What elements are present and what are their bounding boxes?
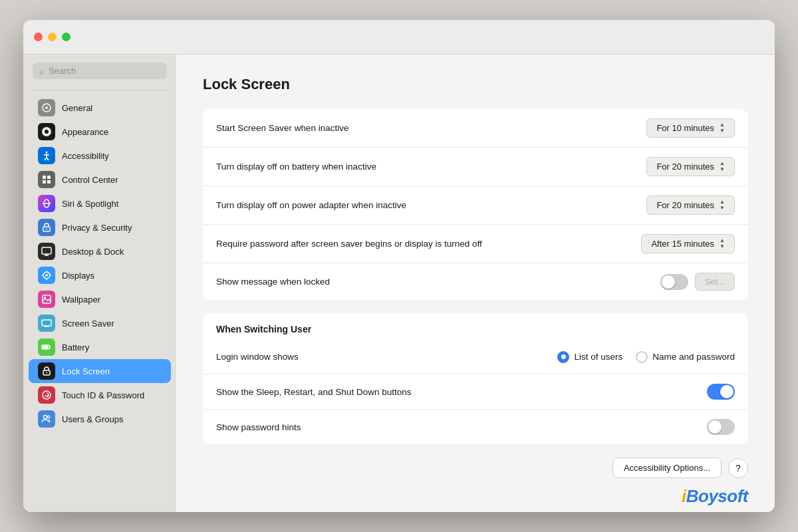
accessibility-options-button[interactable]: Accessibility Options...	[612, 458, 722, 478]
general-icon	[38, 99, 55, 116]
sidebar-label-wallpaper: Wallpaper	[62, 295, 100, 305]
sidebar-item-desktop[interactable]: Desktop & Dock	[29, 239, 171, 263]
system-preferences-window: ⌕ Search General Appearance	[23, 20, 775, 512]
sidebar-item-siri[interactable]: Siri & Spotlight	[29, 192, 171, 215]
sidebar-label-control-center: Control Center	[62, 175, 118, 185]
svg-point-3	[45, 130, 49, 134]
iboysoft-i: i	[682, 486, 686, 506]
sidebar-item-screen-saver[interactable]: Screen Saver	[29, 311, 171, 335]
require-password-row: Require password after screen saver begi…	[203, 225, 748, 263]
sidebar-label-lock-screen: Lock Screen	[62, 366, 110, 376]
show-message-toggle[interactable]	[660, 274, 688, 290]
arrow-up: ▲	[720, 122, 725, 128]
password-hints-toggle[interactable]	[707, 419, 735, 435]
display-adapter-row: Turn display off on power adapter when i…	[203, 186, 748, 225]
screen-saver-value: For 10 minutes	[656, 123, 714, 133]
password-hints-label: Show password hints	[216, 422, 707, 432]
svg-point-35	[43, 391, 51, 399]
sidebar-item-users-groups[interactable]: Users & Groups	[29, 407, 171, 431]
search-icon: ⌕	[39, 66, 45, 76]
arrow-up-3: ▲	[720, 200, 725, 205]
svg-point-16	[46, 229, 47, 230]
svg-point-1	[45, 106, 48, 109]
lock-screen-icon	[38, 362, 55, 380]
users-groups-icon	[38, 410, 55, 428]
show-message-controls: Set...	[660, 273, 735, 291]
wallpaper-icon	[38, 291, 55, 308]
iboysoft-logo: iBoysoft	[203, 486, 748, 507]
arrow-down-2: ▼	[720, 167, 725, 172]
desktop-icon	[38, 243, 55, 260]
radio-circle-list	[557, 351, 569, 363]
window-content: ⌕ Search General Appearance	[23, 55, 775, 512]
privacy-icon	[38, 219, 55, 236]
sidebar-item-appearance[interactable]: Appearance	[29, 120, 171, 144]
svg-rect-11	[43, 180, 46, 184]
display-battery-row: Turn display off on battery when inactiv…	[203, 148, 748, 186]
sidebar-divider	[33, 90, 167, 90]
sidebar-label-accessibility: Accessibility	[62, 151, 109, 161]
radio-label-list: List of users	[574, 352, 622, 362]
minimize-button[interactable]	[48, 33, 57, 41]
switching-user-heading: When Switching User	[203, 313, 748, 340]
screen-saver-label: Start Screen Saver when inactive	[216, 123, 646, 133]
set-button[interactable]: Set...	[695, 273, 735, 291]
control-center-icon	[38, 171, 55, 188]
stepper-arrows-3: ▲ ▼	[720, 200, 725, 211]
toggle-thumb	[662, 275, 675, 289]
svg-rect-32	[43, 346, 48, 348]
sidebar-item-general[interactable]: General	[29, 96, 171, 120]
toggle-thumb-3	[708, 420, 722, 434]
accessibility-icon	[38, 147, 55, 164]
sidebar-label-displays: Displays	[62, 271, 94, 281]
sidebar: ⌕ Search General Appearance	[23, 55, 176, 512]
svg-point-4	[46, 152, 48, 154]
svg-rect-17	[42, 247, 51, 254]
login-window-row: Login window shows List of users Name an…	[203, 340, 748, 374]
sidebar-item-displays[interactable]: Displays	[29, 263, 171, 287]
sidebar-item-control-center[interactable]: Control Center	[29, 168, 171, 192]
sidebar-item-privacy[interactable]: Privacy & Security	[29, 215, 171, 239]
radio-circle-name	[636, 351, 648, 363]
iboysoft-text: iBoysoft	[682, 486, 748, 507]
svg-rect-10	[47, 176, 51, 179]
sleep-restart-label: Show the Sleep, Restart, and Shut Down b…	[216, 387, 707, 397]
display-adapter-stepper[interactable]: For 20 minutes ▲ ▼	[646, 196, 735, 215]
sidebar-item-accessibility[interactable]: Accessibility	[29, 144, 171, 168]
display-battery-label: Turn display off on battery when inactiv…	[216, 162, 646, 172]
switching-user-card: When Switching User Login window shows L…	[203, 313, 748, 444]
sidebar-item-touch-id[interactable]: Touch ID & Password	[29, 383, 171, 407]
svg-rect-28	[42, 320, 51, 326]
require-password-stepper[interactable]: After 15 minutes ▲ ▼	[641, 234, 735, 253]
arrow-down-3: ▼	[720, 205, 725, 211]
screen-saver-icon	[38, 315, 55, 332]
display-battery-stepper[interactable]: For 20 minutes ▲ ▼	[646, 157, 735, 176]
svg-point-21	[45, 274, 48, 277]
login-window-label: Login window shows	[216, 352, 557, 362]
maximize-button[interactable]	[62, 33, 70, 41]
page-title: Lock Screen	[203, 76, 748, 93]
arrow-down: ▼	[720, 128, 725, 134]
radio-name-password[interactable]: Name and password	[636, 351, 735, 363]
help-button[interactable]: ?	[728, 458, 748, 478]
close-button[interactable]	[34, 33, 43, 41]
radio-group-login: List of users Name and password	[557, 351, 735, 363]
sleep-restart-toggle[interactable]	[707, 384, 735, 400]
sidebar-item-lock-screen[interactable]: Lock Screen	[29, 359, 171, 383]
screen-saver-stepper[interactable]: For 10 minutes ▲ ▼	[646, 118, 735, 138]
toggle-thumb-2	[720, 385, 733, 398]
svg-rect-12	[47, 180, 51, 184]
lock-screen-settings-card: Start Screen Saver when inactive For 10 …	[203, 109, 748, 300]
sidebar-item-wallpaper[interactable]: Wallpaper	[29, 287, 171, 311]
main-panel: Lock Screen Start Screen Saver when inac…	[176, 55, 775, 512]
sidebar-item-battery[interactable]: Battery	[29, 335, 171, 359]
search-box[interactable]: ⌕ Search	[33, 63, 167, 79]
svg-point-37	[47, 416, 50, 418]
radio-label-name: Name and password	[652, 352, 735, 362]
svg-point-27	[44, 297, 46, 299]
search-placeholder: Search	[49, 66, 76, 76]
search-container: ⌕ Search	[23, 63, 176, 87]
radio-list-of-users[interactable]: List of users	[557, 351, 622, 363]
sidebar-label-battery: Battery	[62, 342, 89, 352]
sidebar-label-screen-saver: Screen Saver	[62, 319, 114, 329]
